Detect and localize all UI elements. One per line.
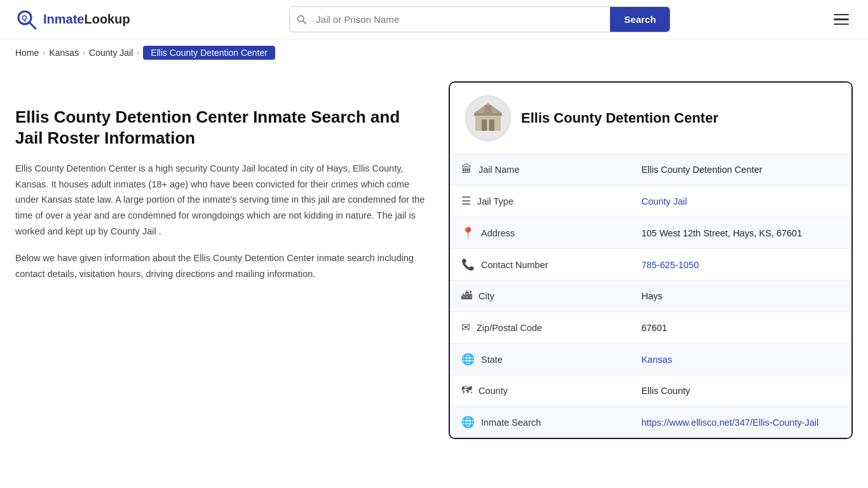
- svg-rect-6: [482, 119, 487, 131]
- row-value-link[interactable]: Kansas: [641, 355, 672, 365]
- row-value-link[interactable]: 785-625-1050: [641, 260, 698, 270]
- row-value-link[interactable]: https://www.ellisco.net/347/Ellis-County…: [641, 417, 818, 428]
- row-value-link[interactable]: County Jail: [641, 196, 687, 207]
- row-label: Jail Name: [478, 165, 519, 175]
- logo-text: InmateLookup: [43, 12, 130, 27]
- breadcrumb-sep-1: ›: [43, 48, 45, 57]
- page-title: Ellis County Detention Center Inmate Sea…: [15, 107, 428, 148]
- row-label: Contact Number: [481, 260, 548, 270]
- row-label: Inmate Search: [481, 417, 541, 428]
- row-value: https://www.ellisco.net/347/Ellis-County…: [630, 407, 851, 438]
- row-label: Zip/Postal Code: [477, 323, 542, 333]
- row-icon: ✉: [461, 321, 470, 334]
- table-row: 📞Contact Number785-625-1050: [450, 249, 851, 281]
- svg-rect-5: [475, 113, 501, 131]
- row-value: County Jail: [630, 186, 851, 217]
- logo-icon: Q: [15, 8, 38, 31]
- right-column: Ellis County Detention Center 🏛Jail Name…: [449, 81, 853, 439]
- breadcrumb-home[interactable]: Home: [15, 48, 39, 58]
- table-row: 🗺CountyEllis County: [450, 376, 851, 407]
- table-row: 🏛Jail NameEllis County Detention Center: [450, 154, 851, 186]
- facility-image: [465, 95, 511, 141]
- search-input[interactable]: [313, 8, 610, 31]
- page-desc-1: Ellis County Detention Center is a high …: [15, 161, 428, 239]
- row-icon: 🏛: [461, 163, 472, 176]
- row-value: 785-625-1050: [630, 249, 851, 281]
- row-label: Address: [481, 228, 515, 238]
- table-row: 🌐Inmate Searchhttps://www.ellisco.net/34…: [450, 407, 851, 438]
- table-row: 📍Address105 West 12th Street, Hays, KS, …: [450, 217, 851, 249]
- row-value: Hays: [630, 281, 851, 312]
- row-value: 67601: [630, 312, 851, 344]
- row-label: State: [481, 355, 503, 365]
- facility-card-title: Ellis County Detention Center: [521, 110, 718, 126]
- breadcrumb: Home › Kansas › County Jail › Ellis Coun…: [0, 39, 868, 69]
- row-icon: 🏙: [461, 290, 472, 302]
- logo-link[interactable]: Q InmateLookup: [15, 8, 130, 31]
- row-value: Ellis County: [630, 376, 851, 407]
- search-bar: Search: [289, 6, 670, 32]
- left-column: Ellis County Detention Center Inmate Sea…: [15, 81, 428, 439]
- row-icon: 📞: [461, 258, 475, 271]
- breadcrumb-county-jail[interactable]: County Jail: [89, 48, 133, 58]
- row-label: City: [478, 291, 494, 301]
- facility-card: Ellis County Detention Center 🏛Jail Name…: [449, 81, 853, 439]
- row-value: Ellis County Detention Center: [630, 154, 851, 186]
- page-desc-2: Below we have given information about th…: [15, 250, 428, 281]
- breadcrumb-sep-2: ›: [83, 48, 85, 57]
- table-row: ☰Jail TypeCounty Jail: [450, 186, 851, 217]
- facility-card-header: Ellis County Detention Center: [450, 83, 851, 154]
- breadcrumb-current: Ellis County Detention Center: [143, 46, 275, 60]
- row-value: Kansas: [630, 344, 851, 376]
- row-icon: 🗺: [461, 384, 472, 397]
- row-label: Jail Type: [477, 196, 513, 207]
- svg-line-4: [303, 21, 306, 24]
- search-icon: [290, 14, 313, 25]
- svg-rect-9: [484, 105, 492, 114]
- table-row: 🏙CityHays: [450, 281, 851, 312]
- table-row: 🌐StateKansas: [450, 344, 851, 376]
- svg-rect-7: [489, 119, 494, 131]
- breadcrumb-sep-3: ›: [137, 48, 139, 57]
- row-icon: ☰: [461, 194, 471, 208]
- header: Q InmateLookup Search: [0, 0, 868, 39]
- table-row: ✉Zip/Postal Code67601: [450, 312, 851, 344]
- breadcrumb-kansas[interactable]: Kansas: [49, 48, 79, 58]
- row-icon: 🌐: [461, 353, 475, 366]
- svg-line-1: [29, 22, 36, 29]
- menu-icon[interactable]: [830, 10, 853, 29]
- row-value: 105 West 12th Street, Hays, KS, 67601: [630, 217, 851, 249]
- facility-info-table: 🏛Jail NameEllis County Detention Center☰…: [450, 154, 851, 438]
- row-icon: 🌐: [461, 416, 475, 429]
- search-button[interactable]: Search: [610, 7, 670, 32]
- svg-text:Q: Q: [22, 14, 27, 22]
- row-label: County: [478, 386, 508, 396]
- row-icon: 📍: [461, 226, 475, 240]
- main-content: Ellis County Detention Center Inmate Sea…: [0, 69, 868, 464]
